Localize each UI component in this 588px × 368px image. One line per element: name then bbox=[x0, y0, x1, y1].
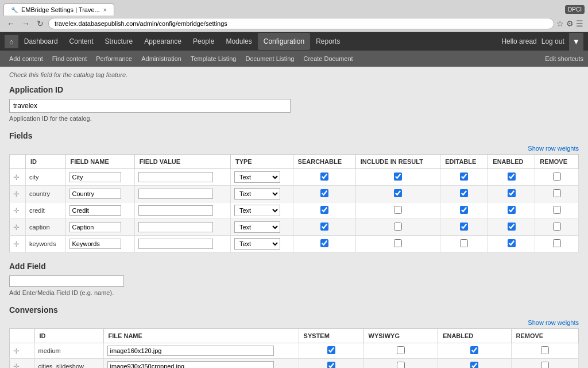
field-type-cell[interactable]: Text Date Number bbox=[230, 169, 293, 186]
field-name-cell[interactable] bbox=[65, 186, 134, 202]
conv-drag-handle-icon[interactable]: ✛ bbox=[13, 347, 20, 355]
field-value-input[interactable] bbox=[138, 172, 213, 182]
enabled-checkbox[interactable] bbox=[508, 239, 516, 247]
logout-link[interactable]: Log out bbox=[541, 37, 564, 45]
subnav-create-document[interactable]: Create Document bbox=[299, 52, 357, 66]
drag-handle-icon[interactable]: ✛ bbox=[13, 206, 20, 215]
fields-show-row-weights[interactable]: Show row weights bbox=[528, 145, 579, 152]
drag-handle-icon[interactable]: ✛ bbox=[13, 190, 20, 198]
field-name-input[interactable] bbox=[69, 205, 121, 216]
conv-enabled-checkbox[interactable] bbox=[470, 346, 478, 354]
forward-button[interactable]: → bbox=[20, 18, 32, 29]
field-value-input[interactable] bbox=[138, 222, 213, 232]
type-select[interactable]: Text Date Number bbox=[234, 188, 280, 200]
remove-cell[interactable] bbox=[535, 186, 579, 202]
field-value-input[interactable] bbox=[138, 189, 213, 199]
editable-cell[interactable] bbox=[440, 186, 488, 202]
remove-checkbox[interactable] bbox=[553, 172, 561, 181]
conv-system-checkbox[interactable] bbox=[327, 362, 335, 368]
conv-drag-handle-icon[interactable]: ✛ bbox=[13, 362, 20, 369]
enabled-cell[interactable] bbox=[488, 236, 535, 252]
enabled-cell[interactable] bbox=[488, 219, 535, 236]
back-button[interactable]: ← bbox=[5, 18, 17, 29]
home-button[interactable]: ⌂ bbox=[5, 35, 18, 48]
include-in-result-checkbox[interactable] bbox=[394, 206, 402, 214]
editable-checkbox[interactable] bbox=[460, 172, 468, 181]
remove-cell[interactable] bbox=[535, 202, 579, 219]
field-value-input[interactable] bbox=[138, 239, 213, 249]
conv-system-checkbox[interactable] bbox=[327, 346, 335, 354]
nav-item-appearance[interactable]: Appearance bbox=[138, 33, 187, 50]
conv-filename-cell[interactable] bbox=[103, 343, 299, 359]
field-value-cell[interactable] bbox=[134, 202, 230, 219]
field-name-input[interactable] bbox=[69, 172, 121, 182]
field-name-input[interactable] bbox=[69, 222, 121, 232]
remove-checkbox[interactable] bbox=[553, 206, 561, 214]
settings-button[interactable]: ⚙ bbox=[566, 19, 574, 28]
enabled-checkbox[interactable] bbox=[508, 189, 516, 197]
include-in-result-cell[interactable] bbox=[355, 236, 440, 252]
conv-filename-cell[interactable] bbox=[103, 359, 299, 369]
remove-cell[interactable] bbox=[535, 219, 579, 236]
conv-enabled-checkbox[interactable] bbox=[470, 362, 478, 368]
nav-item-modules[interactable]: Modules bbox=[220, 33, 257, 50]
conv-wysiwyg-checkbox[interactable] bbox=[397, 346, 405, 354]
field-type-cell[interactable]: Text Date Number bbox=[230, 186, 293, 202]
enabled-cell[interactable] bbox=[488, 202, 535, 219]
searchable-cell[interactable] bbox=[293, 202, 355, 219]
field-type-cell[interactable]: Text Date Number bbox=[230, 236, 293, 252]
application-id-input[interactable] bbox=[9, 99, 291, 113]
nav-dropdown-button[interactable]: ▼ bbox=[569, 33, 583, 51]
editable-checkbox[interactable] bbox=[460, 189, 468, 197]
enabled-cell[interactable] bbox=[488, 169, 535, 186]
field-value-cell[interactable] bbox=[134, 236, 230, 252]
editable-checkbox[interactable] bbox=[460, 206, 468, 214]
bookmark-button[interactable]: ☆ bbox=[556, 19, 564, 28]
enabled-checkbox[interactable] bbox=[508, 223, 516, 231]
conv-enabled-cell[interactable] bbox=[438, 359, 511, 369]
subnav-performance[interactable]: Performance bbox=[91, 52, 137, 66]
editable-checkbox[interactable] bbox=[460, 239, 468, 247]
editable-cell[interactable] bbox=[440, 236, 488, 252]
type-select[interactable]: Text Date Number bbox=[234, 171, 280, 183]
searchable-checkbox[interactable] bbox=[320, 223, 328, 231]
nav-item-dashboard[interactable]: Dashboard bbox=[18, 33, 64, 50]
subnav-administration[interactable]: Administration bbox=[137, 52, 186, 66]
searchable-cell[interactable] bbox=[293, 186, 355, 202]
conv-filename-input[interactable] bbox=[107, 346, 274, 356]
remove-checkbox[interactable] bbox=[553, 223, 561, 231]
editable-cell[interactable] bbox=[440, 219, 488, 236]
drag-handle-icon[interactable]: ✛ bbox=[13, 173, 20, 182]
type-select[interactable]: Text Date Number bbox=[234, 221, 280, 233]
reload-button[interactable]: ↻ bbox=[34, 18, 46, 29]
include-in-result-cell[interactable] bbox=[355, 202, 440, 219]
conv-wysiwyg-checkbox[interactable] bbox=[397, 362, 405, 368]
conv-remove-cell[interactable] bbox=[511, 359, 578, 369]
enabled-checkbox[interactable] bbox=[508, 206, 516, 214]
field-value-cell[interactable] bbox=[134, 219, 230, 236]
nav-item-people[interactable]: People bbox=[187, 33, 220, 50]
remove-checkbox[interactable] bbox=[553, 239, 561, 247]
field-name-cell[interactable] bbox=[65, 202, 134, 219]
field-name-cell[interactable] bbox=[65, 169, 134, 186]
conv-wysiwyg-cell[interactable] bbox=[363, 343, 438, 359]
field-type-cell[interactable]: Text Date Number bbox=[230, 219, 293, 236]
enabled-checkbox[interactable] bbox=[508, 172, 516, 181]
nav-item-configuration[interactable]: Configuration bbox=[258, 33, 310, 50]
searchable-checkbox[interactable] bbox=[320, 189, 328, 197]
conv-system-cell[interactable] bbox=[299, 343, 363, 359]
searchable-checkbox[interactable] bbox=[320, 239, 328, 247]
conv-remove-cell[interactable] bbox=[511, 343, 578, 359]
field-name-cell[interactable] bbox=[65, 219, 134, 236]
subnav-find-content[interactable]: Find content bbox=[48, 52, 92, 66]
field-name-cell[interactable] bbox=[65, 236, 134, 252]
conv-system-cell[interactable] bbox=[299, 359, 363, 369]
include-in-result-checkbox[interactable] bbox=[394, 239, 402, 247]
conv-remove-checkbox[interactable] bbox=[541, 362, 549, 368]
add-field-input[interactable] bbox=[9, 275, 124, 287]
remove-cell[interactable] bbox=[535, 169, 579, 186]
address-bar[interactable] bbox=[48, 18, 554, 29]
browser-tab[interactable]: 🔧 EMBridge Settings | Trave... × bbox=[3, 3, 114, 16]
field-name-input[interactable] bbox=[69, 189, 121, 199]
include-in-result-checkbox[interactable] bbox=[394, 223, 402, 231]
